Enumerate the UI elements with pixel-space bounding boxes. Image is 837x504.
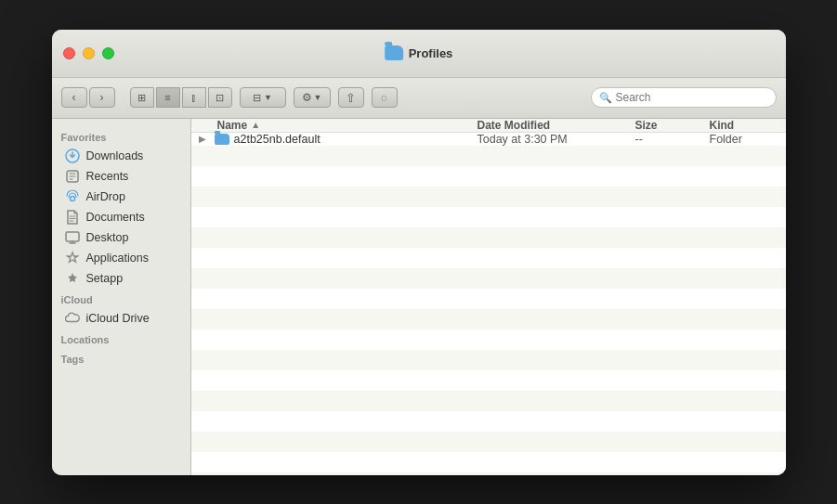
empty-row (191, 207, 786, 227)
file-size-cell: -- (628, 133, 702, 146)
icloud-drive-label: iCloud Drive (86, 312, 150, 325)
gear-arrow: ▼ (314, 93, 322, 102)
gallery-view-button[interactable]: ⊡ (208, 87, 232, 108)
desktop-label: Desktop (86, 231, 129, 244)
svg-point-2 (70, 196, 74, 200)
recents-icon (65, 169, 80, 184)
sidebar-item-icloud-drive[interactable]: iCloud Drive (56, 308, 187, 329)
tags-label: Tags (52, 348, 190, 368)
group-by-button[interactable]: ⊟ ▼ (240, 87, 286, 108)
empty-row (191, 187, 786, 207)
window-title-area: Profiles (385, 45, 453, 60)
view-buttons: ⊞ ≡ ⫿ ⊡ (130, 87, 232, 108)
empty-row (191, 432, 786, 452)
sidebar-item-setapp[interactable]: Setapp (56, 268, 187, 289)
sort-arrow: ▲ (251, 120, 260, 130)
empty-row (191, 370, 786, 391)
applications-icon (65, 251, 80, 265)
empty-row (191, 146, 786, 166)
search-icon: 🔍 (599, 92, 612, 104)
minimize-button[interactable] (83, 47, 95, 59)
desktop-icon (65, 230, 80, 245)
sidebar-item-documents[interactable]: Documents (56, 207, 187, 227)
nav-buttons: ‹ › (61, 87, 115, 108)
finder-window: Profiles ‹ › ⊞ ≡ ⫿ ⊡ ⊟ ▼ ⚙ ▼ ⇧ ○ 🔍 (52, 30, 786, 475)
icon-view-button[interactable]: ⊞ (130, 87, 154, 108)
empty-row (191, 227, 786, 248)
gear-icon: ⚙ (302, 91, 312, 104)
list-view-button[interactable]: ≡ (156, 87, 180, 108)
col-kind-header[interactable]: Kind (702, 119, 786, 132)
back-button[interactable]: ‹ (61, 87, 87, 108)
empty-row (191, 411, 786, 432)
downloads-label: Downloads (86, 149, 144, 162)
folder-icon (215, 134, 229, 145)
sidebar-item-desktop[interactable]: Desktop (56, 227, 187, 248)
col-name-header[interactable]: Name ▲ (191, 119, 470, 132)
sidebar-item-downloads[interactable]: Downloads (56, 146, 187, 166)
airdrop-label: AirDrop (86, 190, 125, 203)
setapp-icon (65, 271, 80, 286)
empty-row (191, 309, 786, 330)
group-icon: ⊟ (253, 92, 261, 104)
svg-rect-3 (66, 232, 79, 241)
file-area: Name ▲ Date Modified Size Kind ▶ a2tb25n… (191, 119, 786, 475)
empty-row (191, 350, 786, 370)
sidebar-item-recents[interactable]: Recents (56, 166, 187, 187)
group-arrow: ▼ (264, 93, 272, 102)
empty-row (191, 330, 786, 350)
action-button[interactable]: ⚙ ▼ (294, 87, 331, 108)
share-icon: ⇧ (346, 91, 356, 105)
file-name: a2tb25nb.default (234, 133, 320, 146)
col-modified-header[interactable]: Date Modified (470, 119, 628, 132)
table-row[interactable]: ▶ a2tb25nb.default Today at 3:30 PM -- F… (191, 133, 786, 146)
share-button[interactable]: ⇧ (338, 87, 364, 108)
search-box[interactable]: 🔍 (591, 87, 777, 108)
documents-icon (65, 210, 80, 225)
empty-row (191, 268, 786, 289)
expand-arrow: ▶ (199, 134, 210, 144)
tag-button[interactable]: ○ (372, 87, 398, 108)
favorites-label: Favorites (52, 126, 190, 146)
file-name-cell: ▶ a2tb25nb.default (191, 133, 470, 146)
forward-button[interactable]: › (89, 87, 115, 108)
toolbar: ‹ › ⊞ ≡ ⫿ ⊡ ⊟ ▼ ⚙ ▼ ⇧ ○ 🔍 (52, 78, 786, 119)
downloads-icon (65, 149, 80, 163)
empty-row (191, 166, 786, 187)
empty-row (191, 472, 786, 475)
traffic-lights (63, 47, 114, 59)
tag-icon: ○ (381, 91, 388, 105)
empty-row (191, 248, 786, 268)
close-button[interactable] (63, 47, 75, 59)
window-title: Profiles (409, 46, 453, 60)
empty-row (191, 452, 786, 472)
column-view-button[interactable]: ⫿ (182, 87, 206, 108)
sidebar-item-airdrop[interactable]: AirDrop (56, 187, 187, 207)
sidebar-item-applications[interactable]: Applications (56, 248, 187, 268)
empty-rows (191, 146, 786, 475)
applications-label: Applications (86, 252, 149, 265)
titlebar: Profiles (52, 30, 786, 78)
airdrop-icon (65, 189, 80, 204)
main-content: Favorites Downloads Recents AirDrop (52, 119, 786, 475)
setapp-label: Setapp (86, 272, 124, 285)
locations-label: Locations (52, 329, 190, 348)
icloud-icon (65, 311, 80, 326)
empty-row (191, 289, 786, 309)
title-folder-icon (385, 45, 403, 60)
sidebar: Favorites Downloads Recents AirDrop (52, 119, 191, 475)
col-size-header[interactable]: Size (628, 119, 702, 132)
file-kind-cell: Folder (702, 133, 786, 146)
column-header: Name ▲ Date Modified Size Kind (191, 119, 786, 133)
documents-label: Documents (86, 211, 145, 224)
maximize-button[interactable] (102, 47, 114, 59)
file-modified-cell: Today at 3:30 PM (470, 133, 628, 146)
search-input[interactable] (616, 91, 768, 104)
recents-label: Recents (86, 170, 129, 183)
icloud-label: iCloud (52, 289, 190, 308)
empty-row (191, 391, 786, 411)
